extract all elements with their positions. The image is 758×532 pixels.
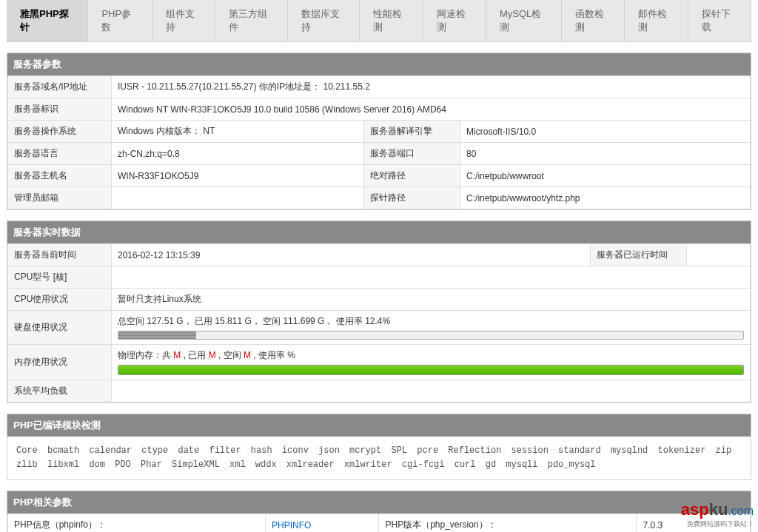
server-params-header: 服务器参数 xyxy=(7,53,751,75)
value-hostname: WIN-R33F1OKO5J9 xyxy=(112,165,364,187)
realtime-table: 服务器当前时间 2016-02-12 13:15:39 服务器已运行时间 CPU… xyxy=(7,243,751,403)
label-admin-email: 管理员邮箱 xyxy=(8,187,112,209)
php-params-section: PHP相关参数 PHP信息（phpinfo）： PHPINFO PHP版本（ph… xyxy=(7,491,751,532)
disk-usage-bar-fill xyxy=(118,331,196,339)
server-params-table: 服务器域名/IP地址 IUSR - 10.211.55.27(10.211.55… xyxy=(7,75,751,209)
server-params-section: 服务器参数 服务器域名/IP地址 IUSR - 10.211.55.27(10.… xyxy=(7,53,751,210)
value-current-time: 2016-02-12 13:15:39 xyxy=(112,244,591,266)
label-cpu-model: CPU型号 [核] xyxy=(8,266,112,289)
tab-third-party[interactable]: 第三方组件 xyxy=(215,0,288,41)
value-load-avg xyxy=(112,380,751,403)
modules-header: PHP已编译模块检测 xyxy=(7,414,751,437)
value-engine: Microsoft-IIS/10.0 xyxy=(460,121,751,143)
label-os: 服务器操作系统 xyxy=(8,121,112,143)
tab-mysql[interactable]: MySQL检测 xyxy=(486,0,562,41)
realtime-section: 服务器实时数据 服务器当前时间 2016-02-12 13:15:39 服务器已… xyxy=(7,220,751,403)
label-current-time: 服务器当前时间 xyxy=(8,244,112,266)
phpinfo-link[interactable]: PHPINFO xyxy=(272,520,311,531)
value-abspath: C:/inetpub/wwwroot xyxy=(460,165,751,187)
mem-m3: M xyxy=(244,350,251,360)
disk-usage-text: 总空间 127.51 G， 已用 15.811 G， 空闲 111.699 G，… xyxy=(118,316,390,326)
value-admin-email xyxy=(112,187,364,209)
label-server-id: 服务器标识 xyxy=(8,98,112,121)
value-cpu-model xyxy=(112,266,751,289)
value-os: Windows 内核版本： NT xyxy=(112,121,364,143)
mem-text-2: , 已用 xyxy=(181,350,208,360)
label-load-avg: 系统平均负载 xyxy=(8,380,112,403)
label-port: 服务器端口 xyxy=(364,143,460,165)
mem-usage-bar-fill xyxy=(118,366,743,374)
mem-text-4: , 使用率 % xyxy=(251,350,295,360)
label-mem-usage: 内存使用状况 xyxy=(8,345,112,380)
disk-usage-bar xyxy=(118,331,744,340)
tab-probe[interactable]: 雅黑PHP探针 xyxy=(7,0,88,41)
php-version-value: 7.0.3 xyxy=(637,514,751,532)
main-tabs: 雅黑PHP探针 PHP参数 组件支持 第三方组件 数据库支持 性能检测 网速检测… xyxy=(7,0,751,42)
label-lang: 服务器语言 xyxy=(8,143,112,165)
label-abspath: 绝对路径 xyxy=(364,165,460,187)
value-mem-usage: 物理内存：共 M , 已用 M , 空闲 M , 使用率 % xyxy=(112,345,751,380)
tab-function[interactable]: 函数检测 xyxy=(562,0,625,41)
mem-m1: M xyxy=(173,350,181,360)
modules-section: PHP已编译模块检测 Core bcmath calendar ctype da… xyxy=(7,414,751,480)
value-port: 80 xyxy=(460,143,751,165)
value-uptime xyxy=(687,244,751,266)
value-disk-usage: 总空间 127.51 G， 已用 15.811 G， 空闲 111.699 G，… xyxy=(112,311,751,345)
mem-usage-bar xyxy=(118,365,744,375)
tab-download[interactable]: 探针下载 xyxy=(688,0,751,41)
label-uptime: 服务器已运行时间 xyxy=(591,244,687,266)
value-domain: IUSR - 10.211.55.27(10.211.55.27) 你的IP地址… xyxy=(112,76,751,98)
tab-database[interactable]: 数据库支持 xyxy=(288,0,360,41)
value-probe-path: C:/inetpub/wwwroot/yhtz.php xyxy=(460,187,751,209)
value-cpu-usage: 暂时只支持Linux系统 xyxy=(112,289,751,311)
php-params-table: PHP信息（phpinfo）： PHPINFO PHP版本（php_versio… xyxy=(7,514,751,532)
label-disk-usage: 硬盘使用状况 xyxy=(8,311,112,345)
mem-text-1: 物理内存：共 xyxy=(118,350,173,360)
value-server-id: Windows NT WIN-R33F1OKO5J9 10.0 build 10… xyxy=(112,98,751,121)
tab-mail[interactable]: 邮件检测 xyxy=(625,0,688,41)
php-version-label: PHP版本（php_version）： xyxy=(379,514,637,532)
tab-performance[interactable]: 性能检测 xyxy=(360,0,423,41)
label-probe-path: 探针路径 xyxy=(364,187,460,209)
realtime-header: 服务器实时数据 xyxy=(7,221,751,243)
php-params-header: PHP相关参数 xyxy=(7,491,751,514)
mem-m2: M xyxy=(209,350,216,360)
label-hostname: 服务器主机名 xyxy=(8,165,112,187)
php-info-label: PHP信息（phpinfo）： xyxy=(8,514,266,532)
value-lang: zh-CN,zh;q=0.8 xyxy=(112,143,364,165)
tab-components[interactable]: 组件支持 xyxy=(152,0,215,41)
label-engine: 服务器解译引擎 xyxy=(364,121,460,143)
mem-text-3: , 空闲 xyxy=(216,350,244,360)
php-info-value: PHPINFO xyxy=(265,514,379,532)
label-cpu-usage: CPU使用状况 xyxy=(8,289,112,311)
tab-php-params[interactable]: PHP参数 xyxy=(88,0,152,41)
label-domain: 服务器域名/IP地址 xyxy=(8,76,112,98)
tab-network[interactable]: 网速检测 xyxy=(423,0,486,41)
modules-list: Core bcmath calendar ctype date filter h… xyxy=(7,437,751,479)
